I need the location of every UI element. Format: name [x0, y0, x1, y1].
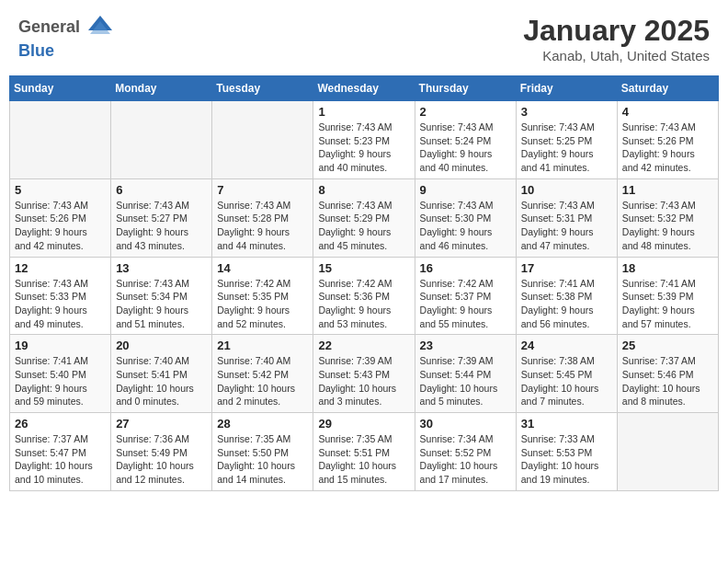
col-sunday: Sunday	[10, 76, 111, 101]
day-detail: Sunrise: 7:43 AM Sunset: 5:34 PM Dayligh…	[116, 277, 207, 331]
day-number: 11	[622, 183, 713, 197]
calendar-day: 29Sunrise: 7:35 AM Sunset: 5:51 PM Dayli…	[313, 413, 415, 491]
logo-icon	[86, 14, 114, 41]
calendar-day: 19Sunrise: 7:41 AM Sunset: 5:40 PM Dayli…	[10, 335, 111, 413]
day-number: 25	[622, 339, 713, 352]
day-detail: Sunrise: 7:42 AM Sunset: 5:35 PM Dayligh…	[217, 277, 308, 331]
calendar-day	[111, 101, 212, 179]
calendar-subtitle: Kanab, Utah, United States	[523, 48, 710, 63]
calendar-header: Sunday Monday Tuesday Wednesday Thursday…	[10, 76, 719, 101]
day-number: 20	[116, 339, 207, 352]
day-detail: Sunrise: 7:43 AM Sunset: 5:31 PM Dayligh…	[521, 199, 612, 253]
logo: General Blue	[18, 14, 114, 62]
day-number: 5	[15, 183, 106, 197]
calendar-day: 17Sunrise: 7:41 AM Sunset: 5:38 PM Dayli…	[516, 257, 617, 335]
calendar-day: 18Sunrise: 7:41 AM Sunset: 5:39 PM Dayli…	[617, 257, 718, 335]
calendar-day: 15Sunrise: 7:42 AM Sunset: 5:36 PM Dayli…	[313, 257, 415, 335]
page-header: General Blue January 2025 Kanab, Utah, U…	[9, 9, 719, 68]
day-number: 6	[116, 183, 207, 197]
day-number: 15	[318, 261, 409, 275]
calendar-day: 14Sunrise: 7:42 AM Sunset: 5:35 PM Dayli…	[212, 257, 313, 335]
calendar-day: 4Sunrise: 7:43 AM Sunset: 5:26 PM Daylig…	[617, 101, 718, 179]
col-monday: Monday	[111, 76, 212, 101]
calendar-week-4: 19Sunrise: 7:41 AM Sunset: 5:40 PM Dayli…	[10, 335, 719, 413]
calendar-day: 9Sunrise: 7:43 AM Sunset: 5:30 PM Daylig…	[415, 178, 516, 257]
day-number: 18	[622, 261, 713, 275]
calendar-week-3: 12Sunrise: 7:43 AM Sunset: 5:33 PM Dayli…	[10, 257, 719, 335]
calendar-day: 28Sunrise: 7:35 AM Sunset: 5:50 PM Dayli…	[212, 413, 313, 491]
calendar-day: 13Sunrise: 7:43 AM Sunset: 5:34 PM Dayli…	[111, 257, 212, 335]
col-saturday: Saturday	[617, 76, 718, 101]
day-detail: Sunrise: 7:43 AM Sunset: 5:30 PM Dayligh…	[420, 199, 511, 253]
day-number: 23	[420, 339, 511, 352]
day-detail: Sunrise: 7:43 AM Sunset: 5:27 PM Dayligh…	[116, 199, 207, 253]
day-detail: Sunrise: 7:43 AM Sunset: 5:32 PM Dayligh…	[622, 199, 713, 253]
calendar-day: 1Sunrise: 7:43 AM Sunset: 5:23 PM Daylig…	[313, 101, 415, 179]
day-number: 24	[521, 339, 612, 352]
day-number: 30	[420, 417, 511, 431]
calendar-day: 2Sunrise: 7:43 AM Sunset: 5:24 PM Daylig…	[415, 101, 516, 179]
calendar-day: 10Sunrise: 7:43 AM Sunset: 5:31 PM Dayli…	[516, 178, 617, 257]
day-number: 19	[15, 339, 106, 352]
calendar-day: 8Sunrise: 7:43 AM Sunset: 5:29 PM Daylig…	[313, 178, 415, 257]
day-detail: Sunrise: 7:40 AM Sunset: 5:42 PM Dayligh…	[217, 354, 308, 408]
day-detail: Sunrise: 7:39 AM Sunset: 5:43 PM Dayligh…	[318, 354, 409, 408]
calendar-day	[10, 101, 111, 179]
calendar-day: 7Sunrise: 7:43 AM Sunset: 5:28 PM Daylig…	[212, 178, 313, 257]
calendar-day: 21Sunrise: 7:40 AM Sunset: 5:42 PM Dayli…	[212, 335, 313, 413]
day-detail: Sunrise: 7:41 AM Sunset: 5:38 PM Dayligh…	[521, 277, 612, 331]
day-detail: Sunrise: 7:34 AM Sunset: 5:52 PM Dayligh…	[420, 432, 511, 487]
day-number: 1	[318, 105, 409, 119]
day-detail: Sunrise: 7:33 AM Sunset: 5:53 PM Dayligh…	[521, 432, 612, 487]
day-number: 3	[521, 105, 612, 119]
calendar-week-5: 26Sunrise: 7:37 AM Sunset: 5:47 PM Dayli…	[10, 413, 719, 491]
calendar-day: 12Sunrise: 7:43 AM Sunset: 5:33 PM Dayli…	[10, 257, 111, 335]
day-number: 13	[116, 261, 207, 275]
calendar-day: 20Sunrise: 7:40 AM Sunset: 5:41 PM Dayli…	[111, 335, 212, 413]
day-number: 21	[217, 339, 308, 352]
day-number: 7	[217, 183, 308, 197]
title-block: January 2025 Kanab, Utah, United States	[523, 14, 710, 63]
col-friday: Friday	[516, 76, 617, 101]
day-detail: Sunrise: 7:35 AM Sunset: 5:51 PM Dayligh…	[318, 432, 409, 487]
day-detail: Sunrise: 7:43 AM Sunset: 5:26 PM Dayligh…	[15, 199, 106, 253]
header-row: Sunday Monday Tuesday Wednesday Thursday…	[10, 76, 719, 101]
day-number: 22	[318, 339, 409, 352]
day-number: 2	[420, 105, 511, 119]
day-detail: Sunrise: 7:43 AM Sunset: 5:33 PM Dayligh…	[15, 277, 106, 331]
calendar-day	[212, 101, 313, 179]
logo-blue: Blue	[18, 41, 54, 60]
day-detail: Sunrise: 7:38 AM Sunset: 5:45 PM Dayligh…	[521, 354, 612, 408]
day-number: 31	[521, 417, 612, 431]
calendar-day: 31Sunrise: 7:33 AM Sunset: 5:53 PM Dayli…	[516, 413, 617, 491]
calendar-body: 1Sunrise: 7:43 AM Sunset: 5:23 PM Daylig…	[10, 101, 719, 491]
day-detail: Sunrise: 7:39 AM Sunset: 5:44 PM Dayligh…	[420, 354, 511, 408]
day-detail: Sunrise: 7:43 AM Sunset: 5:26 PM Dayligh…	[622, 121, 713, 175]
day-number: 4	[622, 105, 713, 119]
calendar-day: 27Sunrise: 7:36 AM Sunset: 5:49 PM Dayli…	[111, 413, 212, 491]
calendar-day: 26Sunrise: 7:37 AM Sunset: 5:47 PM Dayli…	[10, 413, 111, 491]
col-wednesday: Wednesday	[313, 76, 415, 101]
calendar-day: 25Sunrise: 7:37 AM Sunset: 5:46 PM Dayli…	[617, 335, 718, 413]
day-number: 8	[318, 183, 409, 197]
calendar-day: 23Sunrise: 7:39 AM Sunset: 5:44 PM Dayli…	[415, 335, 516, 413]
day-detail: Sunrise: 7:41 AM Sunset: 5:40 PM Dayligh…	[15, 354, 106, 408]
day-detail: Sunrise: 7:43 AM Sunset: 5:25 PM Dayligh…	[521, 121, 612, 175]
day-number: 27	[116, 417, 207, 431]
day-number: 16	[420, 261, 511, 275]
logo-general: General	[18, 17, 80, 36]
calendar-day: 5Sunrise: 7:43 AM Sunset: 5:26 PM Daylig…	[10, 178, 111, 257]
day-number: 9	[420, 183, 511, 197]
day-detail: Sunrise: 7:37 AM Sunset: 5:47 PM Dayligh…	[15, 432, 106, 487]
day-number: 10	[521, 183, 612, 197]
day-detail: Sunrise: 7:37 AM Sunset: 5:46 PM Dayligh…	[622, 354, 713, 408]
day-number: 29	[318, 417, 409, 431]
calendar-week-1: 1Sunrise: 7:43 AM Sunset: 5:23 PM Daylig…	[10, 101, 719, 179]
day-detail: Sunrise: 7:35 AM Sunset: 5:50 PM Dayligh…	[217, 432, 308, 487]
day-detail: Sunrise: 7:36 AM Sunset: 5:49 PM Dayligh…	[116, 432, 207, 487]
calendar-day: 22Sunrise: 7:39 AM Sunset: 5:43 PM Dayli…	[313, 335, 415, 413]
day-number: 17	[521, 261, 612, 275]
day-detail: Sunrise: 7:43 AM Sunset: 5:24 PM Dayligh…	[420, 121, 511, 175]
day-detail: Sunrise: 7:43 AM Sunset: 5:28 PM Dayligh…	[217, 199, 308, 253]
day-number: 26	[15, 417, 106, 431]
